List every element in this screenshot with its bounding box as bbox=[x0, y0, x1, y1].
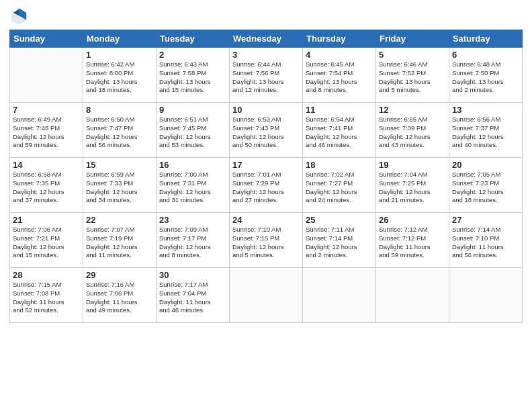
day-info: Sunrise: 7:15 AM Sunset: 7:08 PM Dayligh… bbox=[13, 281, 80, 315]
day-info: Sunrise: 6:58 AM Sunset: 7:35 PM Dayligh… bbox=[13, 171, 80, 205]
day-number: 14 bbox=[13, 160, 80, 170]
calendar-cell: 21Sunrise: 7:06 AM Sunset: 7:21 PM Dayli… bbox=[10, 213, 83, 268]
calendar-cell: 28Sunrise: 7:15 AM Sunset: 7:08 PM Dayli… bbox=[10, 268, 83, 323]
day-number: 20 bbox=[452, 160, 519, 170]
calendar-cell: 2Sunrise: 6:43 AM Sunset: 7:58 PM Daylig… bbox=[157, 48, 230, 103]
day-info: Sunrise: 6:44 AM Sunset: 7:56 PM Dayligh… bbox=[232, 60, 300, 95]
calendar-cell: 23Sunrise: 7:09 AM Sunset: 7:17 PM Dayli… bbox=[157, 213, 230, 268]
calendar-cell bbox=[376, 268, 449, 323]
day-info: Sunrise: 6:55 AM Sunset: 7:39 PM Dayligh… bbox=[379, 116, 446, 150]
calendar-cell: 22Sunrise: 7:07 AM Sunset: 7:19 PM Dayli… bbox=[83, 213, 157, 268]
calendar-cell: 17Sunrise: 7:01 AM Sunset: 7:29 PM Dayli… bbox=[230, 158, 303, 213]
calendar-cell: 27Sunrise: 7:14 AM Sunset: 7:10 PM Dayli… bbox=[449, 213, 523, 268]
day-info: Sunrise: 7:10 AM Sunset: 7:15 PM Dayligh… bbox=[232, 226, 300, 260]
day-info: Sunrise: 7:02 AM Sunset: 7:27 PM Dayligh… bbox=[306, 171, 373, 205]
calendar-cell bbox=[303, 268, 376, 323]
day-number: 29 bbox=[86, 270, 153, 280]
calendar-week-5: 28Sunrise: 7:15 AM Sunset: 7:08 PM Dayli… bbox=[10, 268, 523, 323]
day-info: Sunrise: 7:05 AM Sunset: 7:23 PM Dayligh… bbox=[452, 171, 519, 205]
day-number: 13 bbox=[452, 105, 519, 115]
calendar-cell: 19Sunrise: 7:04 AM Sunset: 7:25 PM Dayli… bbox=[376, 158, 449, 213]
day-info: Sunrise: 6:49 AM Sunset: 7:48 PM Dayligh… bbox=[13, 116, 80, 150]
day-number: 21 bbox=[13, 215, 80, 225]
day-info: Sunrise: 6:51 AM Sunset: 7:45 PM Dayligh… bbox=[159, 116, 226, 150]
day-info: Sunrise: 7:09 AM Sunset: 7:17 PM Dayligh… bbox=[159, 226, 226, 260]
day-info: Sunrise: 6:48 AM Sunset: 7:50 PM Dayligh… bbox=[452, 60, 519, 95]
day-number: 9 bbox=[159, 105, 226, 115]
calendar-week-4: 21Sunrise: 7:06 AM Sunset: 7:21 PM Dayli… bbox=[10, 213, 523, 268]
day-number: 3 bbox=[232, 50, 300, 60]
calendar-cell: 16Sunrise: 7:00 AM Sunset: 7:31 PM Dayli… bbox=[157, 158, 230, 213]
calendar-header-monday: Monday bbox=[83, 30, 157, 48]
day-info: Sunrise: 7:07 AM Sunset: 7:19 PM Dayligh… bbox=[86, 226, 153, 260]
day-number: 15 bbox=[86, 160, 153, 170]
calendar-cell: 5Sunrise: 6:46 AM Sunset: 7:52 PM Daylig… bbox=[376, 48, 449, 103]
calendar-cell: 3Sunrise: 6:44 AM Sunset: 7:56 PM Daylig… bbox=[230, 48, 303, 103]
calendar-cell: 12Sunrise: 6:55 AM Sunset: 7:39 PM Dayli… bbox=[376, 103, 449, 158]
calendar-header-thursday: Thursday bbox=[303, 30, 376, 48]
calendar-cell: 9Sunrise: 6:51 AM Sunset: 7:45 PM Daylig… bbox=[157, 103, 230, 158]
calendar-header-saturday: Saturday bbox=[449, 30, 523, 48]
day-info: Sunrise: 6:56 AM Sunset: 7:37 PM Dayligh… bbox=[452, 116, 519, 150]
calendar-header-tuesday: Tuesday bbox=[157, 30, 230, 48]
day-number: 27 bbox=[452, 215, 519, 225]
day-info: Sunrise: 7:01 AM Sunset: 7:29 PM Dayligh… bbox=[232, 171, 300, 205]
day-number: 30 bbox=[159, 270, 226, 280]
day-number: 12 bbox=[379, 105, 446, 115]
calendar-cell: 13Sunrise: 6:56 AM Sunset: 7:37 PM Dayli… bbox=[449, 103, 523, 158]
calendar-cell: 26Sunrise: 7:12 AM Sunset: 7:12 PM Dayli… bbox=[376, 213, 449, 268]
day-info: Sunrise: 7:12 AM Sunset: 7:12 PM Dayligh… bbox=[379, 226, 446, 260]
day-number: 17 bbox=[232, 160, 300, 170]
day-info: Sunrise: 6:46 AM Sunset: 7:52 PM Dayligh… bbox=[379, 60, 446, 95]
calendar-header-friday: Friday bbox=[376, 30, 449, 48]
day-number: 28 bbox=[13, 270, 80, 280]
calendar-cell: 4Sunrise: 6:45 AM Sunset: 7:54 PM Daylig… bbox=[303, 48, 376, 103]
calendar-cell bbox=[449, 268, 523, 323]
day-info: Sunrise: 7:06 AM Sunset: 7:21 PM Dayligh… bbox=[13, 226, 80, 260]
logo bbox=[9, 7, 31, 26]
page-header bbox=[9, 7, 523, 26]
day-info: Sunrise: 6:54 AM Sunset: 7:41 PM Dayligh… bbox=[306, 116, 373, 150]
day-info: Sunrise: 7:17 AM Sunset: 7:04 PM Dayligh… bbox=[159, 281, 226, 315]
calendar-cell: 6Sunrise: 6:48 AM Sunset: 7:50 PM Daylig… bbox=[449, 48, 523, 103]
calendar-cell: 1Sunrise: 6:42 AM Sunset: 8:00 PM Daylig… bbox=[83, 48, 157, 103]
day-number: 2 bbox=[159, 50, 226, 60]
day-info: Sunrise: 7:11 AM Sunset: 7:14 PM Dayligh… bbox=[306, 226, 373, 260]
calendar-header-wednesday: Wednesday bbox=[230, 30, 303, 48]
day-info: Sunrise: 7:00 AM Sunset: 7:31 PM Dayligh… bbox=[159, 171, 226, 205]
day-info: Sunrise: 6:45 AM Sunset: 7:54 PM Dayligh… bbox=[306, 60, 373, 95]
day-number: 10 bbox=[232, 105, 300, 115]
day-number: 19 bbox=[379, 160, 446, 170]
day-number: 23 bbox=[159, 215, 226, 225]
day-info: Sunrise: 6:50 AM Sunset: 7:47 PM Dayligh… bbox=[86, 116, 153, 150]
day-number: 22 bbox=[86, 215, 153, 225]
calendar-header-row: SundayMondayTuesdayWednesdayThursdayFrid… bbox=[10, 30, 523, 48]
day-number: 25 bbox=[306, 215, 373, 225]
calendar-cell: 25Sunrise: 7:11 AM Sunset: 7:14 PM Dayli… bbox=[303, 213, 376, 268]
calendar-cell: 11Sunrise: 6:54 AM Sunset: 7:41 PM Dayli… bbox=[303, 103, 376, 158]
calendar-week-1: 1Sunrise: 6:42 AM Sunset: 8:00 PM Daylig… bbox=[10, 48, 523, 103]
day-info: Sunrise: 6:53 AM Sunset: 7:43 PM Dayligh… bbox=[232, 116, 300, 150]
day-number: 7 bbox=[13, 105, 80, 115]
day-number: 6 bbox=[452, 50, 519, 60]
day-info: Sunrise: 7:14 AM Sunset: 7:10 PM Dayligh… bbox=[452, 226, 519, 260]
calendar-cell: 10Sunrise: 6:53 AM Sunset: 7:43 PM Dayli… bbox=[230, 103, 303, 158]
calendar-cell: 8Sunrise: 6:50 AM Sunset: 7:47 PM Daylig… bbox=[83, 103, 157, 158]
day-number: 5 bbox=[379, 50, 446, 60]
calendar-week-3: 14Sunrise: 6:58 AM Sunset: 7:35 PM Dayli… bbox=[10, 158, 523, 213]
day-number: 16 bbox=[159, 160, 226, 170]
day-number: 8 bbox=[86, 105, 153, 115]
calendar-cell: 7Sunrise: 6:49 AM Sunset: 7:48 PM Daylig… bbox=[10, 103, 83, 158]
day-info: Sunrise: 7:04 AM Sunset: 7:25 PM Dayligh… bbox=[379, 171, 446, 205]
day-number: 4 bbox=[306, 50, 373, 60]
day-number: 1 bbox=[86, 50, 153, 60]
day-info: Sunrise: 6:59 AM Sunset: 7:33 PM Dayligh… bbox=[86, 171, 153, 205]
calendar-cell bbox=[10, 48, 83, 103]
calendar-cell: 15Sunrise: 6:59 AM Sunset: 7:33 PM Dayli… bbox=[83, 158, 157, 213]
calendar-cell: 20Sunrise: 7:05 AM Sunset: 7:23 PM Dayli… bbox=[449, 158, 523, 213]
day-info: Sunrise: 6:42 AM Sunset: 8:00 PM Dayligh… bbox=[86, 60, 153, 95]
day-number: 26 bbox=[379, 215, 446, 225]
calendar-cell: 18Sunrise: 7:02 AM Sunset: 7:27 PM Dayli… bbox=[303, 158, 376, 213]
day-info: Sunrise: 6:43 AM Sunset: 7:58 PM Dayligh… bbox=[159, 60, 226, 95]
day-number: 11 bbox=[306, 105, 373, 115]
